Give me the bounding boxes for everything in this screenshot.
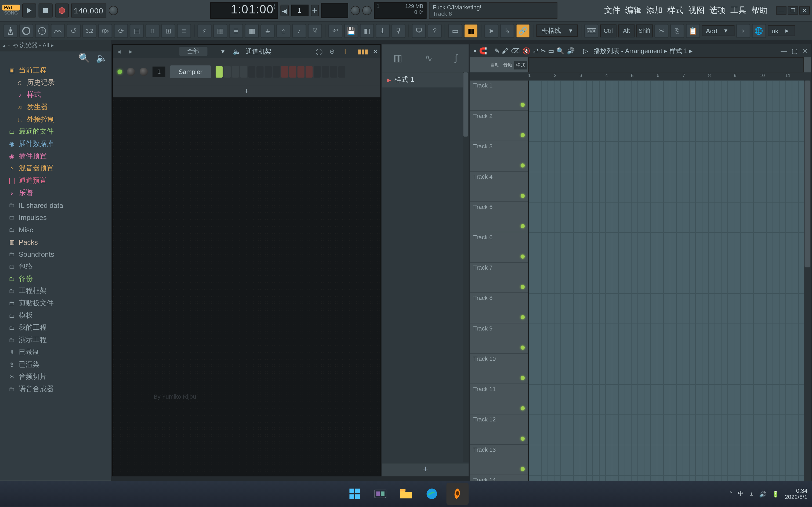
browser-header[interactable]: ◂ ↑ ⟲ 浏览器 - All ▸	[0, 40, 111, 52]
chanrack-graph-icon[interactable]: ⫴	[344, 48, 352, 55]
picker-scrollbar[interactable]	[463, 72, 468, 462]
browser-item[interactable]: 🗀模板	[0, 309, 111, 322]
mute-icon[interactable]: 🔇	[522, 47, 530, 54]
tempo-fine-knob[interactable]	[108, 6, 118, 15]
close-app-button[interactable]: ✕	[799, 6, 810, 14]
tray-network-icon[interactable]: ⏚	[750, 491, 753, 497]
pattern-prev-button[interactable]: ◂	[280, 5, 288, 16]
piano-roll-button[interactable]: ▦	[213, 23, 227, 38]
one-click-rec-button[interactable]: 🎙	[392, 23, 405, 38]
tool-3-button[interactable]: ⊞	[161, 23, 175, 38]
start-button[interactable]	[344, 483, 366, 505]
channel-name-button[interactable]: Sampler	[170, 65, 211, 78]
undo-button[interactable]: ↶	[328, 23, 342, 38]
browser-item[interactable]: 🗀IL shared data	[0, 199, 111, 211]
master-volume-knob[interactable]	[350, 6, 360, 15]
browser-item[interactable]: 🗀备份	[0, 273, 111, 285]
master-pitch-knob[interactable]	[362, 6, 371, 15]
tempo-field[interactable]: 140.000	[71, 3, 106, 17]
volume-icon[interactable]: 🔈	[96, 52, 108, 63]
browser-item[interactable]: 🗀Misc	[0, 223, 111, 236]
record-button[interactable]	[55, 3, 69, 17]
globe-button[interactable]: 🌐	[752, 23, 766, 38]
step-edit-button[interactable]: 3.2	[83, 23, 96, 38]
track-header[interactable]: Track 10	[470, 354, 528, 384]
step-cell[interactable]	[232, 66, 239, 78]
track-header[interactable]: Track 4	[470, 172, 528, 202]
playlist-grid[interactable]	[528, 80, 804, 505]
browser-item[interactable]: 🗀包络	[0, 260, 111, 273]
countdown-button[interactable]	[35, 23, 49, 38]
minimize-button[interactable]: —	[776, 6, 786, 14]
chanrack-filter[interactable]: 全部	[179, 47, 207, 56]
pattern-next-button[interactable]: +	[311, 5, 319, 16]
step-cell[interactable]	[273, 66, 280, 78]
time-display[interactable]: 1:01:00 BST	[210, 2, 277, 19]
browser-item[interactable]: ◉插件预置	[0, 150, 111, 162]
browser-back-icon[interactable]: ◂	[2, 42, 5, 49]
channel-pan-knob[interactable]	[127, 68, 135, 76]
task-view-button[interactable]	[369, 483, 392, 505]
pl-play-icon[interactable]: ▷	[583, 47, 588, 54]
stop-button[interactable]	[38, 3, 52, 17]
cpu-mem-panel[interactable]: 1129 MB 0 ⟳	[374, 2, 426, 19]
track-enable-led[interactable]	[521, 315, 525, 319]
chanrack-steps-icon[interactable]: ▮▮▮	[358, 48, 366, 55]
menu-edit[interactable]: 编辑	[623, 5, 644, 16]
track-header[interactable]: Track 11	[470, 384, 528, 414]
playlist-header[interactable]: ▾ 🧲 ✎ 🖌 ⌫ 🔇 ⇄ ✂ ▭ 🔍 🔊 ▷ 播放列表 - Arrangeme…	[470, 44, 811, 57]
chanrack-next-icon[interactable]: ▸	[127, 48, 135, 55]
zoom-icon[interactable]: 🔍	[556, 47, 564, 54]
step-cell[interactable]	[240, 66, 247, 78]
tray-clock[interactable]: 0:34 2022/8/1	[785, 488, 808, 500]
browser-item[interactable]: 🗀最近的文件	[0, 125, 111, 138]
track-header[interactable]: Track 2	[470, 111, 528, 141]
tray-battery-icon[interactable]: 🔋	[772, 491, 779, 497]
wait-input-button[interactable]	[19, 23, 33, 38]
playlist-button[interactable]: ♯	[197, 23, 211, 38]
menu-tools[interactable]: 工具	[728, 5, 749, 16]
tool-1-button[interactable]: ▤	[130, 23, 144, 38]
browser-item[interactable]: ⎌历史记录	[0, 76, 111, 89]
browser-item[interactable]: 🗀演示工程	[0, 334, 111, 346]
playback-icon[interactable]: 🔊	[567, 47, 575, 54]
track-header[interactable]: Track 1	[470, 80, 528, 111]
channel-rack-header[interactable]: ◂ ▸ 全部 ▾ 🔈 通道机架 ◯ ⊖ ⫴ ▮▮▮ ✕	[113, 45, 380, 58]
step-cell[interactable]	[281, 66, 288, 78]
browser-item[interactable]: ⎍外接控制	[0, 113, 111, 125]
picker-item[interactable]: ▶ 样式 1	[382, 72, 468, 88]
tray-overflow-icon[interactable]: ˄	[729, 491, 732, 497]
paste-button[interactable]: 📋	[686, 23, 700, 38]
chanrack-close-button[interactable]: ✕	[373, 48, 378, 55]
chanrack-prev-icon[interactable]: ◂	[115, 48, 123, 55]
chanrack-loop-icon[interactable]: ◯	[315, 48, 323, 55]
render-button[interactable]: ◧	[360, 23, 374, 38]
target-button[interactable]: ⌖	[736, 23, 750, 38]
track-enable-led[interactable]	[521, 133, 525, 137]
channel-vol-knob[interactable]	[140, 68, 148, 76]
step-sequencer[interactable]	[216, 66, 345, 78]
tool-plugin-button[interactable]: ⌂	[276, 23, 290, 38]
info-button[interactable]: 🗩	[412, 23, 426, 38]
browser-item[interactable]: 🗀剪贴板文件	[0, 297, 111, 309]
pencil-icon[interactable]: ✎	[494, 47, 500, 54]
browser-item[interactable]: 🗀Impulses	[0, 211, 111, 224]
loop-rec-button[interactable]: ↺	[66, 23, 81, 38]
track-enable-led[interactable]	[521, 224, 525, 228]
help-button[interactable]: ?	[428, 23, 442, 38]
pl-minimize-button[interactable]: —	[780, 47, 787, 54]
track-header[interactable]: Track 8	[470, 293, 528, 323]
add-channel-button[interactable]: +	[113, 86, 380, 98]
step-cell[interactable]	[289, 66, 296, 78]
overdub-button[interactable]	[51, 23, 65, 38]
track-enable-led[interactable]	[521, 285, 525, 289]
edge-button[interactable]	[421, 483, 443, 505]
tool-touch-button[interactable]: ☟	[308, 23, 322, 38]
browser-item[interactable]: ♪样式	[0, 89, 111, 101]
explorer-button[interactable]	[395, 483, 417, 505]
tray-ime-indicator[interactable]: 中	[738, 490, 744, 498]
tool-4-button[interactable]: ≡	[177, 23, 191, 38]
send-button[interactable]: ➤	[485, 23, 498, 38]
track-enable-led[interactable]	[521, 103, 525, 107]
menu-options[interactable]: 选项	[707, 5, 728, 16]
